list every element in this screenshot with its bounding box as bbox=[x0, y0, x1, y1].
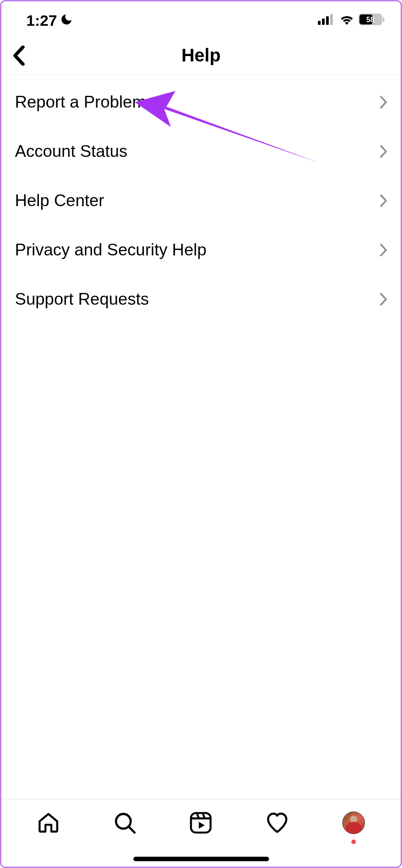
nav-reels[interactable] bbox=[188, 810, 214, 836]
chevron-left-icon bbox=[12, 46, 26, 66]
moon-icon bbox=[60, 13, 73, 28]
list-item-help-center[interactable]: Help Center bbox=[1, 176, 401, 225]
status-left: 1:27 bbox=[26, 12, 73, 29]
list-item-label: Help Center bbox=[15, 191, 104, 210]
list-item-report-problem[interactable]: Report a Problem bbox=[1, 77, 401, 127]
list-item-label: Report a Problem bbox=[15, 93, 146, 112]
chevron-right-icon bbox=[377, 194, 390, 207]
battery-icon: 58 bbox=[359, 14, 385, 27]
help-list: Report a Problem Account Status Help Cen… bbox=[1, 75, 401, 324]
page-header: Help bbox=[1, 37, 401, 75]
bottom-nav bbox=[1, 799, 401, 867]
home-icon bbox=[37, 811, 60, 835]
heart-icon bbox=[265, 811, 289, 835]
svg-rect-1 bbox=[322, 19, 325, 25]
svg-rect-2 bbox=[326, 16, 329, 25]
svg-rect-0 bbox=[318, 21, 321, 25]
list-item-support-requests[interactable]: Support Requests bbox=[1, 274, 401, 324]
profile-avatar-icon bbox=[342, 811, 365, 834]
back-button[interactable] bbox=[8, 44, 30, 67]
list-item-privacy-security[interactable]: Privacy and Security Help bbox=[1, 225, 401, 274]
list-item-label: Support Requests bbox=[15, 290, 149, 309]
notification-dot-icon bbox=[351, 840, 356, 844]
chevron-right-icon bbox=[377, 96, 390, 108]
svg-rect-10 bbox=[191, 813, 211, 832]
status-time: 1:27 bbox=[26, 12, 57, 29]
chevron-right-icon bbox=[377, 293, 390, 306]
list-item-label: Privacy and Security Help bbox=[15, 241, 207, 259]
search-icon bbox=[113, 811, 137, 835]
svg-rect-6 bbox=[383, 17, 384, 22]
svg-line-9 bbox=[129, 827, 135, 833]
chevron-right-icon bbox=[377, 244, 390, 256]
page-title: Help bbox=[181, 45, 221, 66]
wifi-icon bbox=[339, 14, 355, 27]
svg-rect-3 bbox=[330, 14, 333, 25]
status-right: 58 bbox=[318, 14, 385, 27]
cellular-icon bbox=[318, 14, 335, 27]
nav-profile[interactable] bbox=[341, 810, 367, 836]
reels-icon bbox=[189, 811, 213, 835]
nav-home[interactable] bbox=[35, 810, 61, 836]
status-bar: 1:27 58 bbox=[1, 1, 401, 37]
list-item-label: Account Status bbox=[15, 142, 128, 161]
nav-search[interactable] bbox=[112, 810, 138, 836]
chevron-right-icon bbox=[377, 145, 390, 158]
nav-activity[interactable] bbox=[264, 810, 290, 836]
list-item-account-status[interactable]: Account Status bbox=[1, 127, 401, 176]
svg-text:58: 58 bbox=[366, 16, 374, 24]
home-indicator[interactable] bbox=[133, 857, 269, 861]
